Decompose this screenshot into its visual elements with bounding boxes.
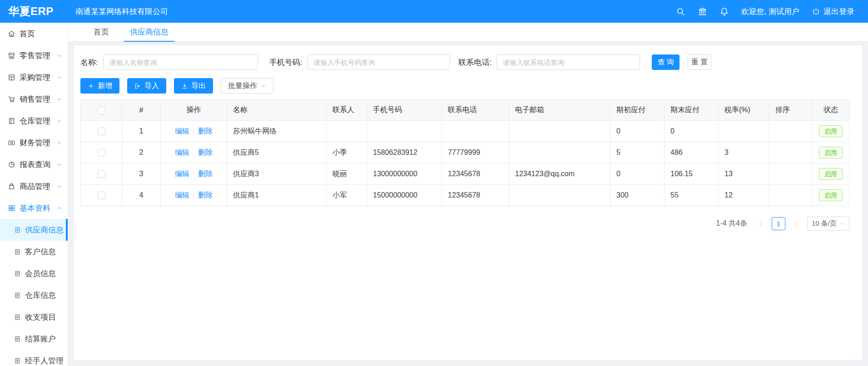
delete-link[interactable]: 删除: [198, 170, 213, 178]
top-header: 华夏ERP 南通某某网络科技有限公司 欢迎您, 测试用户 退出登录: [0, 0, 868, 23]
sidebar-subitem-settlement-account[interactable]: 结算账户: [0, 328, 68, 350]
col-tel: 联系电话: [442, 100, 509, 121]
cell-index: 3: [122, 163, 161, 185]
cell-tel: 12345678: [442, 185, 509, 206]
edit-link[interactable]: 编辑: [175, 191, 189, 199]
tab-home[interactable]: 首页: [83, 23, 119, 41]
page-size-value: 10 条/页: [812, 219, 837, 228]
sidebar-subitem-label: 供应商信息: [25, 225, 64, 235]
tel-filter-input[interactable]: [496, 54, 640, 70]
row-checkbox[interactable]: [98, 170, 105, 178]
sidebar-subitem-label: 客户信息: [25, 247, 56, 257]
sidebar-item-purchase[interactable]: 采购管理: [0, 66, 68, 88]
sidebar-item-finance[interactable]: 财务管理: [0, 132, 68, 153]
tab-supplier-info[interactable]: 供应商信息: [119, 23, 179, 41]
col-contact: 联系人: [327, 100, 367, 121]
import-button-label: 导入: [144, 81, 159, 91]
sidebar-item-reports[interactable]: 报表查询: [0, 153, 68, 175]
welcome-text: 欢迎您, 测试用户: [741, 6, 799, 17]
file-icon: [14, 336, 21, 342]
search-icon[interactable]: [676, 7, 685, 16]
sidebar-subitem-customer-info[interactable]: 客户信息: [0, 241, 68, 262]
content-card: 名称: 手机号码: 联系电话: 查 询 重 置 新增 导入 导出: [74, 45, 862, 360]
logout-label: 退出登录: [823, 6, 854, 17]
sidebar-item-home[interactable]: 首页: [0, 23, 68, 45]
add-button[interactable]: 新增: [80, 78, 119, 94]
pagination-total: 1-4 共4条: [716, 219, 747, 228]
cell-mobile: 13000000000: [367, 163, 442, 185]
edit-link[interactable]: 编辑: [175, 127, 189, 135]
link-divider: [193, 192, 194, 199]
cell-tax-rate: 3: [719, 142, 769, 163]
sidebar-subitem-warehouse-info[interactable]: 仓库信息: [0, 284, 68, 306]
sidebar-subitem-supplier-info[interactable]: 供应商信息: [0, 219, 68, 241]
cell-name: 供应商5: [227, 142, 327, 163]
bell-icon[interactable]: [719, 7, 729, 16]
sidebar-subitem-label: 会员信息: [25, 268, 56, 279]
sidebar-subitem-member-info[interactable]: 会员信息: [0, 262, 68, 284]
search-button[interactable]: 查 询: [652, 54, 680, 70]
delete-link[interactable]: 删除: [198, 191, 213, 199]
sidebar-item-label: 零售管理: [20, 50, 56, 61]
cell-email: [509, 142, 610, 163]
sidebar-item-label: 仓库管理: [20, 116, 56, 126]
logout-button[interactable]: 退出登录: [812, 6, 854, 17]
name-filter-label: 名称:: [80, 57, 98, 68]
prev-page-button[interactable]: [755, 218, 767, 230]
sidebar-item-sales[interactable]: 销售管理: [0, 88, 68, 110]
sidebar-item-warehouse[interactable]: 仓库管理: [0, 110, 68, 132]
sidebar-item-basic-data[interactable]: 基本资料: [0, 197, 68, 219]
appstore-icon: [8, 204, 15, 212]
company-name: 南通某某网络科技有限公司: [75, 6, 168, 17]
row-checkbox[interactable]: [98, 192, 105, 199]
file-icon: [14, 314, 21, 321]
row-checkbox[interactable]: [98, 128, 105, 135]
row-checkbox[interactable]: [98, 149, 105, 157]
tab-bar: 首页 供应商信息: [68, 23, 868, 42]
main-area: 首页 供应商信息 名称: 手机号码: 联系电话: 查 询 重 置 新增 导入: [68, 23, 868, 366]
page-number-1[interactable]: 1: [772, 217, 785, 230]
bank-icon[interactable]: [698, 7, 707, 16]
import-icon: [134, 83, 141, 89]
phone-filter-input[interactable]: [307, 54, 450, 70]
sidebar-item-goods[interactable]: 商品管理: [0, 175, 68, 197]
batch-operations-label: 批量操作: [228, 81, 257, 91]
delete-link[interactable]: 删除: [198, 127, 213, 135]
cell-tax-rate: [719, 121, 769, 142]
chevron-down-icon: [56, 53, 62, 59]
edit-link[interactable]: 编辑: [175, 170, 189, 178]
cell-contact: 晓丽: [327, 163, 367, 185]
sidebar-item-label: 财务管理: [20, 138, 56, 148]
batch-operations-button[interactable]: 批量操作: [221, 78, 273, 94]
cell-tel: 77779999: [442, 142, 509, 163]
delete-link[interactable]: 删除: [198, 148, 213, 156]
sidebar-item-label: 商品管理: [20, 181, 56, 192]
import-button[interactable]: 导入: [127, 78, 166, 94]
sidebar-subitem-handler-management[interactable]: 经手人管理: [0, 350, 68, 366]
reset-button[interactable]: 重 置: [688, 54, 711, 70]
sidebar-item-retail[interactable]: 零售管理: [0, 45, 68, 66]
cell-begin-payable: 0: [610, 121, 665, 142]
cart-icon: [8, 95, 15, 103]
edit-link[interactable]: 编辑: [175, 148, 189, 156]
page-size-select[interactable]: 10 条/页: [807, 217, 849, 231]
status-badge: 启用: [819, 189, 843, 201]
supplier-table: # 操作 名称 联系人 手机号码 联系电话 电子邮箱 期初应付 期末应付 税率(…: [80, 99, 850, 206]
logout-icon: [812, 7, 820, 16]
col-index: #: [122, 100, 161, 121]
sidebar-subitem-label: 经手人管理: [25, 356, 64, 366]
chevron-down-icon: [56, 162, 62, 168]
select-all-checkbox[interactable]: [98, 107, 105, 114]
status-badge: 启用: [819, 147, 843, 158]
name-filter-input[interactable]: [103, 54, 258, 70]
cell-begin-payable: 5: [610, 142, 665, 163]
next-page-button[interactable]: [790, 218, 802, 230]
sidebar-subitem-income-expense[interactable]: 收支项目: [0, 306, 68, 328]
export-button-label: 导出: [191, 81, 206, 91]
export-button[interactable]: 导出: [174, 78, 213, 94]
add-button-label: 新增: [98, 81, 112, 91]
sidebar-item-label: 报表查询: [20, 159, 56, 170]
chevron-down-icon: [56, 74, 62, 80]
sidebar-subitem-label: 结算账户: [25, 334, 56, 344]
sidebar-item-label: 销售管理: [20, 94, 56, 104]
